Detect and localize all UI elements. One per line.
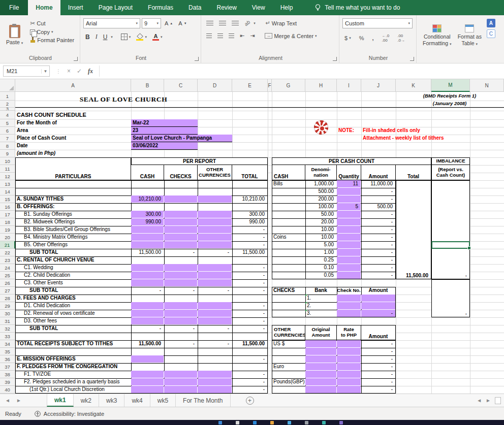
cell-A24[interactable]: C1. Wedding bbox=[15, 264, 131, 271]
cell-M10[interactable]: IMBALANCE bbox=[431, 157, 470, 165]
row-header-22[interactable]: 22 bbox=[0, 249, 15, 256]
cell-J35[interactable]: - bbox=[361, 348, 395, 355]
copy-button[interactable]: Copy ▾ bbox=[28, 28, 76, 36]
cell-B40[interactable] bbox=[131, 386, 164, 393]
cell-H37[interactable] bbox=[305, 363, 336, 370]
cell-D22[interactable]: - bbox=[198, 249, 232, 256]
cell-D34[interactable]: - bbox=[198, 340, 232, 347]
cell-B20[interactable] bbox=[131, 234, 164, 241]
cell-A22[interactable]: SUB TOTAL bbox=[15, 249, 131, 256]
cell-D21[interactable] bbox=[198, 241, 232, 248]
cell-E24[interactable]: - bbox=[232, 264, 267, 271]
cell-J13[interactable]: 11,000.00 bbox=[361, 180, 395, 187]
cell-I14[interactable] bbox=[337, 188, 361, 195]
taskbar-app-icon[interactable] bbox=[305, 421, 308, 424]
column-header-E[interactable]: E bbox=[232, 79, 268, 92]
cell-C21[interactable] bbox=[164, 241, 197, 248]
cell-A17[interactable]: B1. Sunday Offerings bbox=[15, 211, 131, 218]
taskbar-app-icon[interactable] bbox=[236, 421, 239, 424]
align-right-button[interactable] bbox=[227, 32, 236, 40]
cell-E38[interactable]: - bbox=[232, 371, 267, 378]
column-header-F[interactable]: F bbox=[268, 79, 272, 92]
cell-E26[interactable]: - bbox=[232, 279, 267, 286]
cell-C29[interactable] bbox=[164, 302, 197, 309]
cell-H11[interactable]: Denomi- nation bbox=[305, 165, 337, 180]
cell-D17[interactable] bbox=[198, 211, 232, 218]
cell-E32[interactable]: - bbox=[232, 325, 267, 332]
cell-H15[interactable]: 200.00 bbox=[305, 195, 336, 203]
cell-I40[interactable] bbox=[337, 386, 361, 393]
cell-A15[interactable]: A. SUNDAY TITHES bbox=[15, 195, 131, 203]
cell-C24[interactable] bbox=[164, 264, 197, 271]
ribbon-tab-home[interactable]: Home bbox=[28, 0, 60, 15]
borders-button[interactable]: ▾ bbox=[119, 32, 133, 41]
cell-H19[interactable]: 10.00 bbox=[305, 226, 336, 233]
row-header-10[interactable]: 10 bbox=[0, 157, 15, 165]
cell-D29[interactable] bbox=[198, 302, 232, 309]
cell-E40[interactable]: - bbox=[232, 386, 267, 393]
row-header-21[interactable]: 21 bbox=[0, 241, 15, 249]
column-header-K[interactable]: K bbox=[396, 79, 431, 92]
font-name-select[interactable]: Arial▾ bbox=[83, 18, 140, 28]
cell-H24[interactable]: 0.10 bbox=[305, 264, 336, 271]
sheet-nav-left-icon[interactable]: ◄ bbox=[5, 398, 10, 403]
cell-style-a-icon[interactable]: A bbox=[487, 19, 495, 27]
cell-H14[interactable]: 500.00 bbox=[305, 188, 336, 195]
cell-A26[interactable]: C3. Other Events bbox=[15, 279, 131, 286]
cell-E11[interactable]: TOTAL bbox=[232, 165, 268, 180]
cell-B34[interactable]: 11,500.00 bbox=[131, 340, 164, 347]
spreadsheet-grid[interactable]: SEAL OF LOVE CHURCH(BMD Receipts Form 1)… bbox=[15, 92, 504, 394]
cell-G27[interactable]: CHECKS bbox=[272, 287, 305, 294]
cell-D38[interactable] bbox=[198, 371, 232, 378]
cell-A7[interactable]: Place of Cash Count bbox=[15, 135, 131, 142]
cell-G13[interactable]: Bills bbox=[272, 180, 305, 187]
accounting-format-button[interactable]: $ ▾ bbox=[342, 34, 353, 42]
cell-I21[interactable] bbox=[337, 241, 361, 248]
wrap-text-button[interactable]: ↵Wrap Text bbox=[264, 19, 299, 27]
cell-J22[interactable]: - bbox=[361, 249, 395, 256]
cell-H35[interactable] bbox=[305, 348, 336, 355]
cell-A19[interactable]: B3. Bible Studies/Cell Group Offerings bbox=[15, 226, 131, 233]
cell-B19[interactable] bbox=[131, 226, 164, 233]
cell-H27[interactable]: Bank bbox=[305, 287, 336, 294]
cell-B39[interactable] bbox=[131, 378, 164, 385]
formula-input[interactable] bbox=[99, 66, 503, 77]
cell-D25[interactable] bbox=[198, 272, 232, 279]
confirm-entry-button[interactable]: ✓ bbox=[77, 68, 82, 75]
format-as-table-button[interactable]: Format as Table ▾ bbox=[455, 17, 485, 54]
cell-E19[interactable]: - bbox=[232, 226, 267, 233]
taskbar-app-icon[interactable] bbox=[218, 421, 222, 424]
row-header-11[interactable]: 11 bbox=[0, 165, 15, 173]
cell-B32[interactable]: - bbox=[131, 325, 164, 332]
cell-M13[interactable]: - bbox=[431, 180, 470, 279]
sheet-tab-wk5[interactable]: wk5 bbox=[150, 394, 176, 407]
cell-D15[interactable] bbox=[198, 195, 232, 203]
cell-H39[interactable] bbox=[305, 378, 336, 385]
select-all-corner[interactable] bbox=[0, 79, 15, 92]
decrease-indent-button[interactable]: ⇤ bbox=[238, 31, 246, 40]
cell-A38[interactable]: F1. TV/ZOE bbox=[15, 371, 131, 378]
cell-B5[interactable]: Mar-22 bbox=[131, 119, 198, 127]
cell-C26[interactable] bbox=[164, 279, 197, 286]
cell-H34[interactable] bbox=[305, 340, 336, 347]
font-color-button[interactable]: A▾ bbox=[150, 32, 165, 42]
cell-J16[interactable]: 500.00 bbox=[361, 203, 395, 210]
clipboard-dialog-launcher[interactable] bbox=[74, 57, 78, 61]
row-header-23[interactable]: 23 bbox=[0, 256, 15, 264]
ribbon-tab-formulas[interactable]: Formulas bbox=[140, 0, 181, 15]
row-header-2[interactable]: 2 bbox=[0, 101, 15, 108]
cell-A9[interactable]: (amount in Php) bbox=[15, 150, 131, 157]
cell-A21[interactable]: B5. Other Offerings bbox=[15, 241, 131, 248]
row-header-34[interactable]: 34 bbox=[0, 340, 15, 348]
column-header-D[interactable]: D bbox=[198, 79, 232, 92]
cell-A4[interactable]: CASH COUNT SCHEDULE bbox=[15, 111, 131, 119]
row-header-6[interactable]: 6 bbox=[0, 127, 15, 135]
cell-J39[interactable]: - bbox=[361, 378, 395, 385]
decrease-font-button[interactable]: A▼ bbox=[176, 19, 188, 27]
cell-B36[interactable] bbox=[131, 355, 164, 363]
column-header-J[interactable]: J bbox=[361, 79, 396, 92]
cell-J27[interactable]: Amount bbox=[361, 287, 395, 294]
row-header-24[interactable]: 24 bbox=[0, 264, 15, 272]
row-header-32[interactable]: 32 bbox=[0, 325, 15, 333]
format-painter-button[interactable]: Format Painter bbox=[28, 36, 76, 44]
